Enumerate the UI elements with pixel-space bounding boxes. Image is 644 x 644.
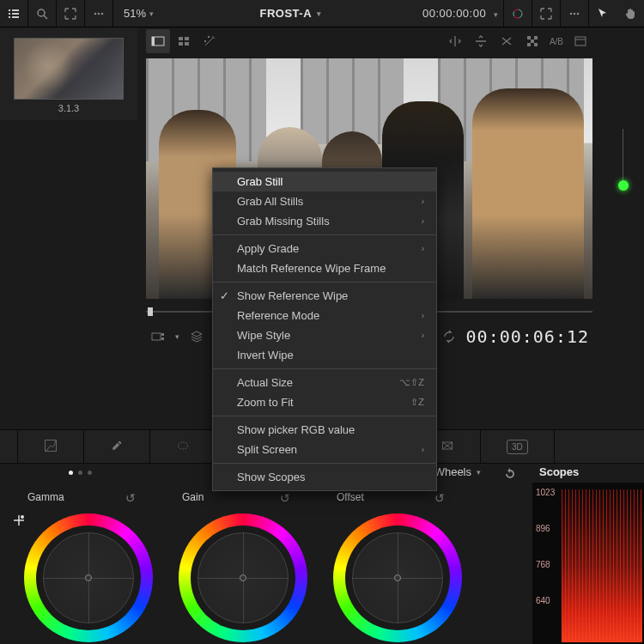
stills-gallery: 3.1.3 bbox=[0, 27, 137, 120]
magic-icon[interactable] bbox=[197, 29, 222, 53]
menu-item[interactable]: Grab Still bbox=[213, 172, 436, 191]
timecode-display[interactable]: 00:00:06:12 bbox=[466, 326, 592, 347]
menu-item[interactable]: Grab Missing Stills› bbox=[213, 211, 436, 231]
menu-item[interactable]: Apply Grade› bbox=[213, 239, 436, 258]
svg-point-2 bbox=[98, 12, 100, 15]
wipe-diag-icon[interactable] bbox=[495, 29, 519, 53]
svg-rect-18 bbox=[527, 43, 531, 46]
stereo-3d-button[interactable]: 3D bbox=[507, 440, 528, 454]
page-dots[interactable] bbox=[69, 471, 92, 475]
ab-compare[interactable]: A/B bbox=[546, 29, 567, 53]
wheel-reset-icon[interactable]: ↺ bbox=[125, 491, 136, 505]
chevron-down-icon[interactable]: ▾ bbox=[175, 332, 179, 341]
scopes-color-icon[interactable] bbox=[504, 0, 532, 27]
timecode-top[interactable]: 00:00:00:00 ▾ bbox=[417, 7, 503, 20]
curves-icon[interactable] bbox=[44, 439, 58, 455]
svg-rect-12 bbox=[185, 37, 189, 40]
imageview-icon[interactable] bbox=[146, 29, 170, 53]
svg-rect-21 bbox=[152, 333, 161, 340]
menu-item[interactable]: Invert Wipe bbox=[213, 345, 436, 365]
menu-item[interactable]: Zoom to Fit⇧Z bbox=[213, 392, 436, 412]
svg-rect-11 bbox=[179, 37, 183, 40]
scope-tick: 1023 bbox=[536, 488, 555, 497]
svg-point-8 bbox=[577, 12, 580, 15]
zoom-level[interactable]: 51%▾ bbox=[113, 7, 164, 20]
sizing-icon[interactable] bbox=[440, 439, 454, 455]
gallery-mode-icon[interactable] bbox=[146, 325, 170, 349]
svg-point-1 bbox=[94, 12, 97, 15]
svg-rect-13 bbox=[179, 42, 183, 46]
gridview-icon[interactable] bbox=[172, 29, 196, 53]
svg-rect-19 bbox=[534, 43, 538, 46]
primaries-reset-icon[interactable] bbox=[503, 467, 517, 483]
more-icon[interactable] bbox=[85, 0, 112, 27]
hand-tool-icon[interactable] bbox=[617, 0, 644, 27]
scope-tick: 896 bbox=[536, 524, 550, 533]
expand-icon[interactable] bbox=[57, 0, 84, 27]
svg-point-7 bbox=[574, 12, 576, 15]
top-toolbar: 51%▾ FROST-A▾ 00:00:00:00 ▾ bbox=[0, 0, 644, 27]
svg-rect-16 bbox=[534, 36, 538, 39]
menu-item[interactable]: ✓Show Reference Wipe bbox=[213, 286, 436, 306]
eyedropper-icon[interactable] bbox=[110, 439, 124, 455]
expand2-icon[interactable] bbox=[532, 0, 560, 27]
overlay-icon[interactable] bbox=[568, 29, 592, 53]
color-wheel-gamma[interactable]: Gamma ↺ bbox=[7, 488, 161, 644]
color-wheel-offset[interactable]: Offset ↺ bbox=[316, 488, 471, 644]
menu-item[interactable]: Split Screen› bbox=[213, 440, 436, 459]
svg-rect-23 bbox=[161, 337, 164, 340]
waveform-display bbox=[562, 489, 642, 642]
checker-icon[interactable] bbox=[520, 29, 544, 53]
menu-item[interactable]: Wipe Style› bbox=[213, 325, 436, 345]
still-label: 3.1.3 bbox=[7, 103, 131, 113]
svg-rect-20 bbox=[575, 37, 586, 46]
scopes-title: Scopes bbox=[532, 465, 644, 478]
menu-item[interactable]: Show Scopes bbox=[213, 467, 436, 487]
svg-rect-22 bbox=[161, 333, 164, 336]
wipe-v-icon[interactable] bbox=[469, 29, 493, 53]
clip-title[interactable]: FROST-A▾ bbox=[164, 7, 417, 20]
color-wheel-gain[interactable]: Gain ↺ bbox=[161, 488, 316, 644]
scope-tick: 768 bbox=[536, 560, 550, 569]
menu-item[interactable]: Match Reference Wipe Frame bbox=[213, 258, 436, 278]
search-icon[interactable] bbox=[28, 0, 56, 27]
svg-point-3 bbox=[101, 12, 104, 15]
menu-item[interactable]: Reference Mode› bbox=[213, 306, 436, 325]
menu-item[interactable]: Grab All Stills› bbox=[213, 191, 436, 211]
svg-rect-10 bbox=[152, 37, 155, 46]
color-wheels-row: Gamma ↺ Gain ↺ Offset ↺ bbox=[0, 488, 532, 644]
scope-tick: 640 bbox=[536, 596, 550, 605]
svg-point-6 bbox=[570, 12, 573, 15]
pointer-tool-icon[interactable] bbox=[589, 0, 617, 27]
wheel-reset-icon[interactable]: ↺ bbox=[434, 491, 445, 505]
svg-point-0 bbox=[38, 9, 45, 16]
node-indicator[interactable] bbox=[618, 180, 629, 191]
svg-rect-17 bbox=[531, 39, 534, 43]
more2-icon[interactable] bbox=[561, 0, 588, 27]
wheel-reset-icon[interactable]: ↺ bbox=[280, 491, 290, 505]
layers-icon[interactable] bbox=[185, 325, 209, 349]
menu-item[interactable]: Actual Size⌥⇧Z bbox=[213, 373, 436, 392]
viewer-toolbar: A/B bbox=[137, 27, 601, 55]
wheel-label: Gamma bbox=[7, 488, 161, 503]
window-shape-icon[interactable] bbox=[176, 439, 190, 455]
viewer-context-menu: Grab StillGrab All Stills›Grab Missing S… bbox=[212, 167, 437, 491]
svg-point-25 bbox=[178, 442, 187, 449]
list-view-icon[interactable] bbox=[0, 0, 27, 27]
scopes-panel: 1023896768640 bbox=[532, 483, 644, 644]
wipe-h-icon[interactable] bbox=[443, 29, 467, 53]
node-connection bbox=[623, 129, 623, 180]
still-thumbnail[interactable] bbox=[14, 38, 124, 100]
loop-icon[interactable] bbox=[437, 325, 461, 349]
svg-rect-15 bbox=[527, 36, 531, 39]
menu-item[interactable]: Show picker RGB value bbox=[213, 420, 436, 440]
svg-rect-14 bbox=[185, 42, 189, 46]
